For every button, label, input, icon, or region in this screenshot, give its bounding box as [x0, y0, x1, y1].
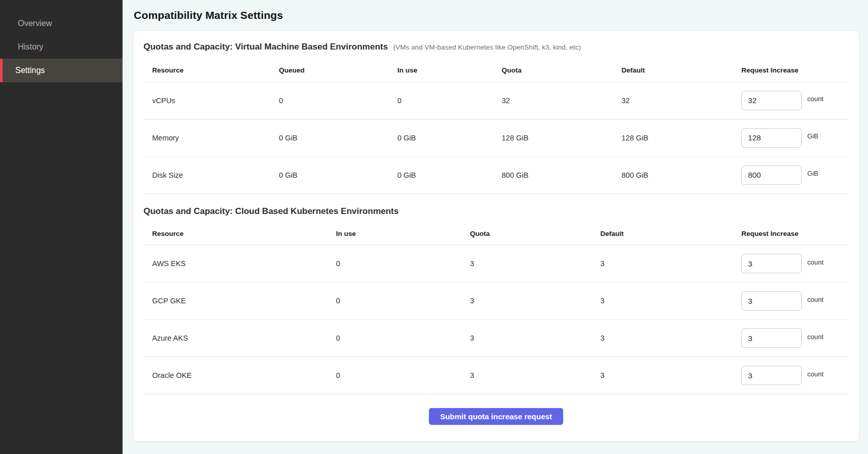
section-title-cloud: Quotas and Capacity: Cloud Based Kuberne…	[143, 206, 399, 216]
default-value: 3	[600, 245, 741, 282]
default-value: 32	[621, 82, 741, 119]
quota-value: 3	[470, 357, 600, 394]
col-resource: Resource	[143, 223, 336, 245]
resource-name: GCP GKE	[143, 282, 336, 320]
table-row-azure-aks: Azure AKS 0 3 3 count	[143, 320, 849, 357]
request-increase-control: count	[741, 366, 846, 385]
table-row-vcpus: vCPUs 0 0 32 32 count	[143, 82, 849, 119]
in-use-value: 0	[336, 320, 470, 357]
unit-label: count	[807, 95, 824, 103]
quota-value: 128 GiB	[502, 119, 622, 156]
quota-value: 800 GiB	[502, 156, 622, 194]
vm-table-header: Resource Queued In use Quota Default Req…	[143, 59, 849, 82]
in-use-value: 0 GiB	[397, 156, 501, 194]
table-row-aws-eks: AWS EKS 0 3 3 count	[143, 245, 849, 282]
header-row: Resource Queued In use Quota Default Req…	[143, 59, 849, 82]
submit-button-row: Submit quota increase request	[143, 394, 849, 438]
unit-label: GiB	[807, 170, 818, 177]
unit-label: count	[807, 296, 824, 303]
unit-label: count	[807, 333, 824, 341]
col-queued: Queued	[279, 59, 397, 82]
table-row-disk-size: Disk Size 0 GiB 0 GiB 800 GiB 800 GiB Gi…	[143, 156, 849, 194]
sidebar: Overview History Settings	[0, 0, 123, 454]
col-default: Default	[600, 223, 741, 245]
request-increase-input-disk-size[interactable]	[741, 165, 802, 185]
col-quota: Quota	[502, 59, 622, 82]
sidebar-nav: Overview History Settings	[0, 12, 123, 82]
request-increase-input-azure-aks[interactable]	[741, 328, 802, 348]
in-use-value: 0	[397, 82, 501, 119]
default-value: 3	[600, 282, 741, 320]
queued-value: 0	[279, 82, 397, 119]
request-increase-control: count	[741, 254, 846, 273]
sidebar-item-label: Overview	[18, 19, 52, 28]
page-title: Compatibility Matrix Settings	[134, 9, 859, 21]
default-value: 3	[600, 320, 741, 357]
cloud-table-header: Resource In use Quota Default Request In…	[143, 223, 849, 245]
app-root: Overview History Settings Compatibility …	[0, 0, 868, 454]
resource-name: Memory	[143, 119, 279, 156]
resource-name: AWS EKS	[143, 245, 336, 282]
queued-value: 0 GiB	[279, 156, 397, 194]
request-increase-control: count	[741, 91, 846, 110]
settings-card: Quotas and Capacity: Virtual Machine Bas…	[133, 30, 859, 442]
table-row-oracle-oke: Oracle OKE 0 3 3 count	[143, 357, 849, 394]
resource-name: Oracle OKE	[143, 357, 336, 394]
col-resource: Resource	[143, 59, 279, 82]
request-increase-input-memory[interactable]	[741, 128, 802, 148]
default-value: 3	[600, 357, 741, 394]
sidebar-item-label: History	[18, 42, 43, 52]
sidebar-item-settings[interactable]: Settings	[0, 59, 123, 82]
quota-value: 3	[470, 245, 600, 282]
in-use-value: 0	[336, 357, 470, 394]
request-increase-input-gcp-gke[interactable]	[741, 291, 802, 310]
table-row-gcp-gke: GCP GKE 0 3 3 count	[143, 282, 849, 320]
section-header-vm: Quotas and Capacity: Virtual Machine Bas…	[143, 42, 849, 52]
sidebar-item-history[interactable]: History	[0, 35, 123, 59]
request-increase-input-vcpus[interactable]	[741, 91, 802, 110]
sidebar-item-overview[interactable]: Overview	[0, 12, 123, 35]
resource-name: Disk Size	[143, 156, 279, 194]
default-value: 128 GiB	[621, 119, 741, 156]
resource-name: Azure AKS	[143, 320, 336, 357]
in-use-value: 0	[336, 245, 470, 282]
request-increase-control: count	[741, 328, 846, 348]
col-default: Default	[621, 59, 741, 82]
resource-name: vCPUs	[143, 82, 279, 119]
col-request-increase: Request Increase	[741, 223, 849, 245]
cloud-quota-table: Resource In use Quota Default Request In…	[143, 223, 849, 395]
unit-label: count	[807, 258, 824, 266]
quota-value: 32	[502, 82, 622, 119]
in-use-value: 0	[336, 282, 470, 320]
col-quota: Quota	[470, 223, 600, 245]
in-use-value: 0 GiB	[397, 119, 501, 156]
vm-quota-table: Resource Queued In use Quota Default Req…	[143, 59, 849, 194]
submit-quota-button[interactable]: Submit quota increase request	[429, 408, 563, 425]
default-value: 800 GiB	[621, 156, 741, 194]
col-request-increase: Request Increase	[741, 59, 849, 82]
unit-label: count	[807, 370, 824, 378]
quota-value: 3	[470, 282, 600, 320]
section-title-vm: Quotas and Capacity: Virtual Machine Bas…	[143, 42, 388, 52]
main-content: Compatibility Matrix Settings Quotas and…	[123, 0, 868, 454]
col-in-use: In use	[336, 223, 470, 245]
request-increase-control: GiB	[741, 165, 846, 185]
request-increase-control: count	[741, 291, 846, 310]
request-increase-input-oracle-oke[interactable]	[741, 366, 802, 385]
queued-value: 0 GiB	[279, 119, 397, 156]
section-header-cloud: Quotas and Capacity: Cloud Based Kuberne…	[143, 206, 849, 217]
request-increase-input-aws-eks[interactable]	[741, 254, 802, 273]
col-in-use: In use	[397, 59, 501, 82]
section-subtitle-vm: (VMs and VM-based Kubernetes like OpenSh…	[393, 43, 581, 51]
sidebar-item-label: Settings	[15, 66, 45, 75]
unit-label: GiB	[807, 132, 818, 140]
request-increase-control: GiB	[741, 128, 846, 148]
table-row-memory: Memory 0 GiB 0 GiB 128 GiB 128 GiB GiB	[143, 119, 849, 156]
header-row: Resource In use Quota Default Request In…	[143, 223, 849, 245]
quota-value: 3	[470, 320, 600, 357]
